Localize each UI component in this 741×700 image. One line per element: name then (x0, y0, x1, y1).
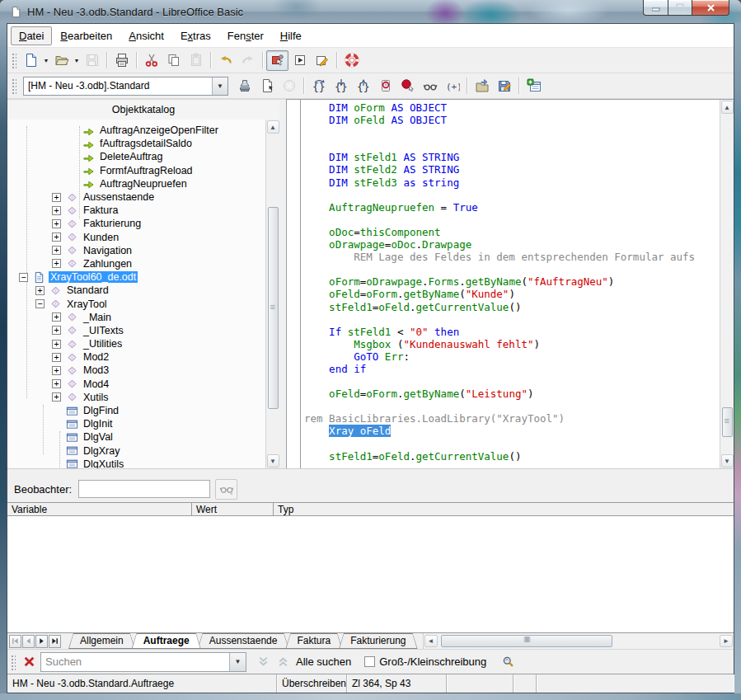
tree-item-standard[interactable]: +Standard (7, 284, 265, 297)
toolbar-grip[interactable] (10, 654, 16, 670)
expand-icon[interactable]: + (52, 246, 61, 255)
tree-item-auftraganzeigeopenfilter[interactable]: AuftragAnzeigeOpenFilter (7, 124, 265, 137)
find-parentheses-button[interactable]: (+) (441, 76, 463, 96)
edit-dialog-button[interactable] (311, 50, 333, 71)
tree-item-navigation[interactable]: +Navigation (7, 244, 265, 257)
stop-button[interactable] (278, 76, 300, 96)
tree-item-fakturierung[interactable]: +Fakturierung (7, 217, 265, 230)
menu-bearbeiten[interactable]: Bearbeiten (52, 26, 120, 45)
find-next-button[interactable] (253, 652, 273, 672)
library-selector-dropdown[interactable]: ▼ (212, 78, 227, 95)
open-button[interactable] (50, 50, 73, 71)
menu-fenster[interactable]: Fenster (219, 26, 272, 45)
editor-vertical-scrollbar[interactable]: ▲ ▼ (720, 100, 734, 468)
tree-item-formfauftragreload[interactable]: FormfAuftragReload (7, 164, 265, 177)
minimize-button[interactable] (643, 0, 668, 16)
menu-datei[interactable]: Datei (11, 26, 52, 45)
editor-horizontal-scrollbar[interactable]: ◄ ► (423, 633, 734, 649)
step-into-button[interactable]: {} (330, 76, 352, 96)
tree-item-kunden[interactable]: +Kunden (7, 231, 265, 244)
new-document-dropdown-arrow[interactable]: ▼ (42, 50, 50, 71)
title-bar[interactable]: HM - Neu -3.odb.Standard - LibreOffice B… (0, 0, 741, 23)
tab-aussenstaende[interactable]: Aussenstaende (198, 633, 289, 649)
expand-icon[interactable]: + (52, 233, 61, 242)
tree-item-_utilities[interactable]: +_Utilities (7, 337, 265, 350)
search-input[interactable] (41, 653, 229, 671)
save-button[interactable] (81, 50, 103, 71)
undo-button[interactable] (214, 50, 237, 71)
collapse-icon[interactable]: − (35, 299, 45, 308)
scroll-thumb[interactable] (441, 635, 612, 647)
toolbar-grip[interactable] (11, 52, 16, 68)
menu-hilfe[interactable]: Hilfe (272, 26, 310, 45)
tree-item-mod3[interactable]: +Mod3 (7, 364, 265, 377)
expand-icon[interactable]: + (52, 326, 61, 335)
column-typ[interactable]: Typ (274, 503, 734, 515)
expand-icon[interactable]: + (52, 193, 61, 202)
tree-item-dlgfind[interactable]: DlgFind (7, 404, 265, 417)
tree-item-dlgxray[interactable]: DlgXray (7, 444, 265, 458)
scroll-track[interactable] (439, 635, 719, 647)
find-all-button[interactable]: Alle suchen (296, 655, 351, 668)
expand-icon[interactable]: + (52, 379, 61, 388)
find-previous-button[interactable] (273, 652, 293, 672)
copy-button[interactable] (162, 50, 185, 71)
scroll-thumb[interactable] (268, 207, 279, 409)
watch-table-body[interactable] (7, 516, 734, 632)
tree-item-mod4[interactable]: +Mod4 (7, 378, 265, 391)
choose-macro-button[interactable] (266, 50, 288, 71)
tree-item-auftragneupruefen[interactable]: AuftragNeupruefen (7, 177, 265, 190)
code-editor[interactable]: DIM oForm AS OBJECT DIM oFeld AS OBJECT … (301, 100, 720, 468)
expand-icon[interactable]: + (52, 312, 61, 322)
close-find-bar-button[interactable] (19, 652, 39, 672)
breakpoint-button[interactable] (374, 76, 396, 96)
expand-icon[interactable]: + (52, 219, 61, 228)
tab-nav-next-button[interactable] (35, 635, 48, 648)
search-dropdown[interactable]: ▼ (229, 653, 246, 671)
add-module-button[interactable] (523, 76, 545, 96)
tree-item-deleteauftrag[interactable]: DeleteAuftrag (7, 150, 265, 163)
expand-icon[interactable]: + (52, 392, 61, 402)
horizontal-splitter[interactable] (7, 468, 734, 476)
run-dialog-button[interactable] (288, 50, 311, 71)
expand-icon[interactable]: + (52, 259, 61, 268)
expand-icon[interactable]: + (52, 340, 61, 349)
tree-item-dlginit[interactable]: DlgInit (7, 417, 265, 430)
print-button[interactable] (110, 50, 133, 71)
menu-extras[interactable]: Extras (172, 26, 219, 45)
tab-faktura[interactable]: Faktura (285, 633, 342, 649)
tab-auftraege[interactable]: Auftraege (132, 633, 201, 649)
step-out-button[interactable]: {} (352, 76, 374, 96)
vertical-splitter[interactable] (279, 99, 286, 468)
tree-item-fauftragsdetailsaldo[interactable]: fAuftragsdetailSaldo (7, 137, 265, 150)
paste-button[interactable] (185, 50, 207, 71)
tree-item-_main[interactable]: +_Main (7, 311, 265, 324)
column-wert[interactable]: Wert (192, 503, 274, 515)
manage-breakpoints-button[interactable] (396, 76, 419, 96)
scroll-thumb[interactable] (722, 407, 733, 437)
tree-item-faktura[interactable]: +Faktura (7, 204, 265, 217)
menu-ansicht[interactable]: Ansicht (120, 26, 172, 45)
tree-item-aussenstaende[interactable]: +Aussenstaende (7, 190, 265, 204)
scroll-up-arrow[interactable]: ▲ (721, 101, 734, 114)
breakpoint-gutter[interactable] (287, 100, 301, 468)
maximize-button[interactable] (668, 0, 692, 16)
watch-input[interactable] (78, 480, 210, 498)
run-button[interactable] (256, 76, 278, 96)
tab-fakturierung[interactable]: Fakturierung (339, 633, 417, 649)
scroll-right-arrow[interactable]: ► (720, 635, 733, 647)
scroll-track[interactable] (721, 115, 734, 453)
tree-item-dlgxutils[interactable]: DlgXutils (7, 458, 265, 468)
step-over-button[interactable]: {} (307, 76, 330, 96)
scroll-up-arrow[interactable]: ▲ (267, 120, 279, 134)
library-selector[interactable]: [HM - Neu -3.odb].Standard ▼ (23, 77, 228, 96)
tree-item-dlgval[interactable]: DlgVal (7, 430, 265, 444)
new-document-button[interactable] (20, 50, 42, 71)
scroll-left-arrow[interactable]: ◄ (424, 635, 438, 647)
case-sensitive-checkbox[interactable] (364, 656, 375, 667)
toolbar-grip[interactable] (11, 78, 16, 94)
tab-nav-first-button[interactable] (9, 635, 21, 648)
tree-vertical-scrollbar[interactable]: ▲ ▼ (265, 120, 279, 468)
tree-item-xutils[interactable]: +Xutils (7, 391, 265, 404)
tab-nav-last-button[interactable] (49, 635, 61, 648)
